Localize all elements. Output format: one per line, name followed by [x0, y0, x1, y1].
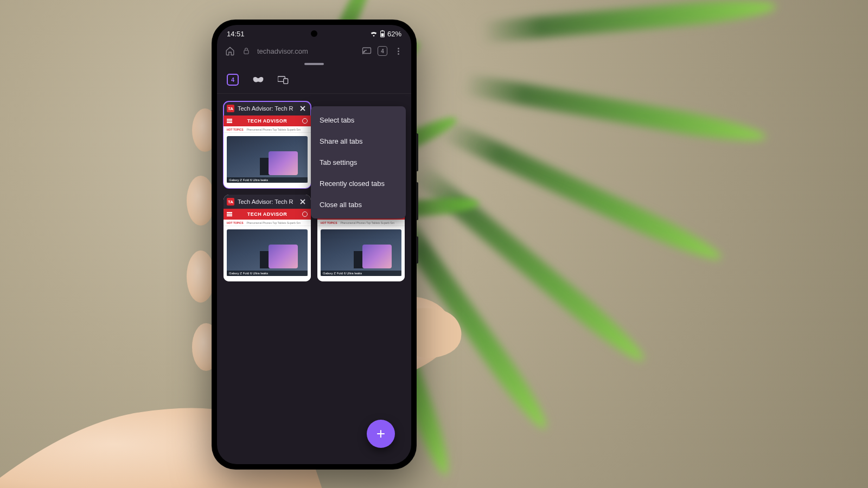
open-tabs-button[interactable]: 4 — [227, 74, 239, 86]
tab-card-title: Tech Advisor: Tech R — [238, 198, 295, 205]
svg-rect-8 — [363, 48, 371, 54]
battery-icon — [380, 30, 385, 37]
cast-icon[interactable] — [361, 46, 372, 56]
svg-rect-5 — [382, 30, 384, 31]
phone-volume-up — [416, 133, 418, 171]
sheet-drag-handle[interactable] — [304, 63, 324, 65]
address-toolbar: techadvisor.com 4 — [217, 42, 411, 62]
thumb-hero-image: Galaxy Z Fold 6 Ultra leaks — [227, 136, 308, 183]
thumb-brand: TECH ADVISOR — [224, 115, 311, 126]
thumb-topics: HOT TOPICSPhenomenal Phones Top Tablets … — [317, 220, 405, 226]
favicon-icon: TA — [227, 198, 234, 206]
thumb-hero-image: Galaxy Z Fold 6 Ultra leaks — [321, 229, 401, 276]
thumb-hero-image: Galaxy Z Fold 6 Ultra leaks — [227, 229, 308, 276]
tab-count-indicator-top[interactable]: 4 — [378, 46, 387, 56]
favicon-icon: TA — [227, 105, 234, 112]
tab-card-header: TA Tech Advisor: Tech R — [224, 101, 311, 115]
tab-thumbnail: TECH ADVISOR HOT TOPICSPhenomenal Phones… — [317, 209, 405, 281]
new-tab-fab[interactable]: + — [367, 420, 395, 448]
tab-card[interactable]: TA Tech Advisor: Tech R TECH ADVISOR HOT… — [224, 101, 311, 188]
svg-point-1 — [187, 176, 215, 226]
menu-item-recently-closed-tabs[interactable]: Recently closed tabs — [311, 173, 406, 194]
tab-card-header: TA Tech Advisor: Tech R — [224, 195, 311, 209]
tab-thumbnail: TECH ADVISOR HOT TOPICSPhenomenal Phones… — [224, 209, 311, 281]
plus-icon: + — [376, 425, 385, 442]
wifi-icon — [370, 30, 378, 37]
tab-card-title: Tech Advisor: Tech R — [238, 105, 295, 112]
lock-icon — [241, 46, 252, 56]
more-menu-icon[interactable] — [393, 46, 404, 56]
close-tab-icon[interactable] — [298, 197, 308, 207]
thumb-topics: HOT TOPICSPhenomenal Phones Top Tablets … — [224, 126, 311, 133]
svg-rect-6 — [381, 33, 384, 36]
tab-thumbnail: TECH ADVISOR HOT TOPICSPhenomenal Phones… — [224, 115, 311, 188]
menu-item-close-all-tabs[interactable]: Close all tabs — [311, 194, 406, 215]
synced-tabs-icon[interactable] — [278, 74, 289, 85]
home-icon[interactable] — [225, 46, 235, 56]
private-tabs-icon[interactable] — [253, 74, 264, 85]
tabs-toolbar: 4 — [217, 68, 411, 94]
status-time: 14:51 — [227, 30, 245, 38]
phone-volume-down — [416, 182, 418, 220]
phone-screen: 14:51 62% techadvisor.com 4 — [217, 25, 411, 464]
menu-item-tab-settings[interactable]: Tab settings — [311, 152, 406, 173]
svg-rect-10 — [284, 79, 288, 84]
status-battery: 62% — [387, 30, 401, 38]
camera-hole — [311, 30, 317, 37]
tab-options-menu: Select tabs Share all tabs Tab settings … — [311, 106, 406, 219]
close-tab-icon[interactable] — [298, 104, 308, 113]
menu-item-select-tabs[interactable]: Select tabs — [311, 110, 406, 131]
thumb-brand: TECH ADVISOR — [224, 209, 311, 220]
menu-item-share-all-tabs[interactable]: Share all tabs — [311, 131, 406, 152]
svg-point-2 — [187, 251, 215, 303]
svg-rect-7 — [244, 50, 248, 54]
phone-power-button — [416, 236, 418, 264]
thumb-topics: HOT TOPICSPhenomenal Phones Top Tablets … — [224, 220, 311, 226]
url-text[interactable]: techadvisor.com — [257, 47, 308, 55]
tab-card[interactable]: TA Tech Advisor: Tech R TECH ADVISOR HOT… — [224, 195, 311, 281]
phone-frame: 14:51 62% techadvisor.com 4 — [212, 20, 417, 470]
